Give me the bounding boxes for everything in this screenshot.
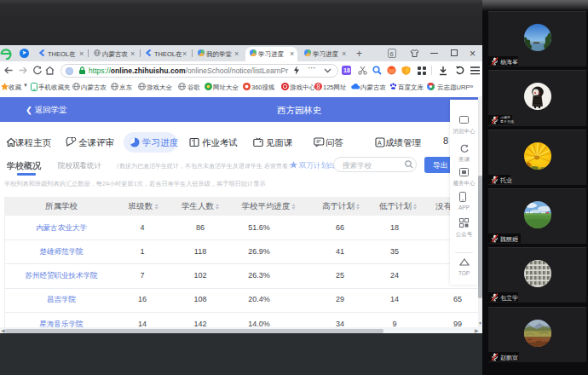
svg-text:A: A [378,140,382,146]
